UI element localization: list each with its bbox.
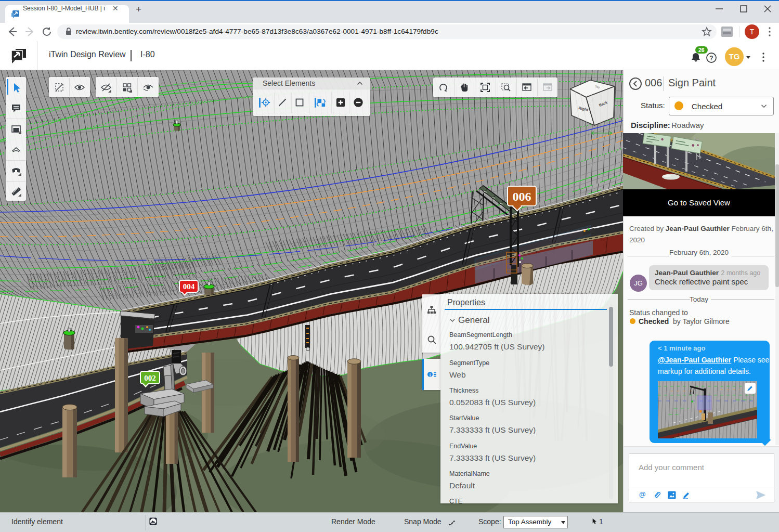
svg-text:@: @ (639, 490, 646, 498)
svg-text:?: ? (709, 55, 713, 62)
